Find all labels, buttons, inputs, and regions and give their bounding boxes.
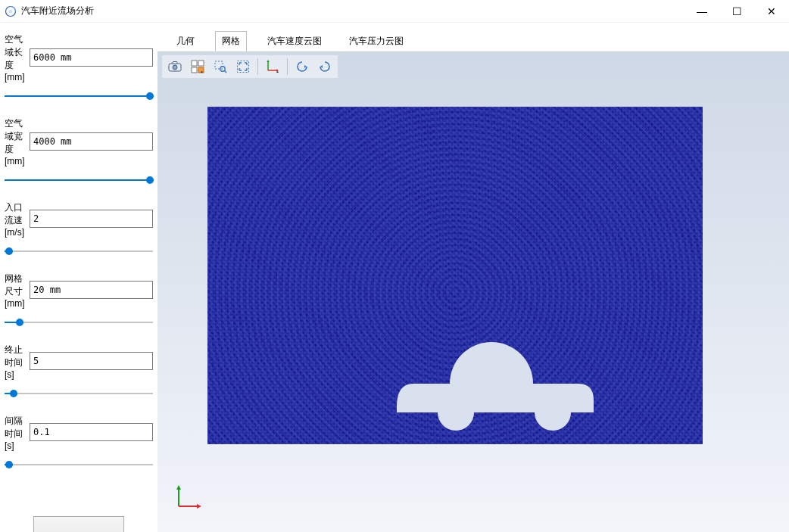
svg-line-11	[224, 70, 226, 73]
viewer-toolbar	[162, 55, 338, 78]
inlet-velocity-slider[interactable]	[5, 245, 153, 257]
svg-rect-6	[198, 61, 204, 66]
title-bar: 汽车附近流场分析 — ☐ ✕	[0, 0, 789, 23]
toolbar-separator	[287, 58, 288, 75]
field-label: 空气域宽度[mm]	[5, 116, 30, 166]
inlet-velocity-input[interactable]	[30, 210, 153, 228]
air-length-slider[interactable]	[5, 90, 153, 102]
end-time-input[interactable]	[30, 352, 153, 370]
svg-rect-7	[192, 67, 197, 73]
svg-point-4	[173, 65, 177, 70]
svg-marker-14	[267, 60, 269, 62]
air-width-slider[interactable]	[5, 174, 153, 186]
svg-marker-20	[176, 485, 181, 490]
tab-bar: 几何 网格 汽车速度云图 汽车压力云图	[157, 23, 789, 51]
field-label: 空气域长度[mm]	[5, 32, 30, 82]
interval-time-input[interactable]	[30, 423, 153, 441]
tab-pressure-contour[interactable]: 汽车压力云图	[342, 31, 410, 51]
compute-button[interactable]: 计算	[33, 516, 124, 532]
mesh-size-input[interactable]	[30, 281, 153, 299]
svg-rect-9	[215, 61, 223, 69]
tab-mesh[interactable]: 网格	[215, 31, 247, 51]
viewer-panel[interactable]	[157, 51, 789, 532]
mesh-size-slider[interactable]	[5, 316, 153, 328]
car-silhouette	[397, 331, 609, 444]
air-length-input[interactable]	[30, 48, 153, 67]
axis-triad-icon	[173, 482, 203, 512]
svg-rect-5	[192, 61, 197, 66]
rotate-left-icon[interactable]	[292, 57, 312, 76]
svg-marker-22	[197, 504, 201, 509]
zoom-select-icon[interactable]	[211, 57, 230, 76]
window-title: 汽车附近流场分析	[21, 5, 685, 17]
interval-time-slider[interactable]	[5, 459, 153, 471]
axis-config-icon[interactable]	[263, 57, 282, 76]
svg-rect-3	[173, 62, 177, 64]
app-icon	[5, 5, 17, 17]
end-time-slider[interactable]	[5, 387, 153, 400]
rotate-right-icon[interactable]	[315, 57, 335, 76]
toolbar-separator	[257, 58, 258, 75]
tab-geometry[interactable]: 几何	[170, 31, 201, 51]
svg-rect-8	[198, 67, 204, 73]
field-label: 终止时间[s]	[5, 342, 30, 380]
camera-icon[interactable]	[165, 57, 185, 76]
field-label: 间隔时间[s]	[5, 413, 30, 451]
close-button[interactable]: ✕	[754, 0, 789, 23]
tab-velocity-contour[interactable]: 汽车速度云图	[260, 31, 329, 51]
minimize-button[interactable]: —	[685, 0, 719, 23]
parameter-sidebar: 空气域长度[mm] 空气域宽度[mm] 入口流速[m/s] 网格尺寸[	[0, 23, 157, 532]
air-width-input[interactable]	[30, 132, 153, 151]
field-label: 网格尺寸[mm]	[5, 271, 30, 309]
svg-rect-12	[238, 61, 249, 73]
svg-point-1	[9, 9, 13, 13]
mesh-canvas[interactable]	[207, 107, 703, 444]
fit-view-icon[interactable]	[233, 57, 253, 76]
field-label: 入口流速[m/s]	[5, 200, 30, 238]
maximize-button[interactable]: ☐	[719, 0, 754, 23]
grid-options-icon[interactable]	[188, 57, 207, 76]
